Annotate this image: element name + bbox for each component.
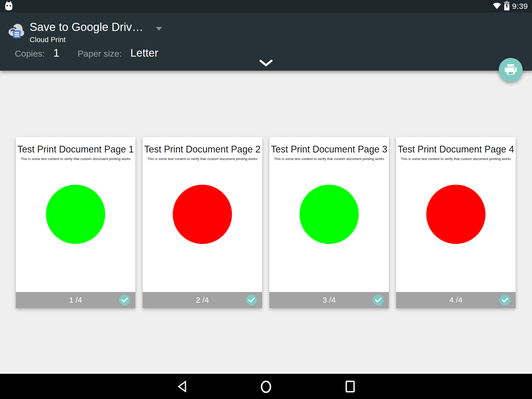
page-title: Test Print Document Page 4: [396, 144, 516, 155]
chevron-down-icon: [260, 60, 272, 68]
home-icon: [260, 390, 272, 394]
destination-name: Save to Google Driv…: [30, 21, 143, 34]
page-title: Test Print Document Page 2: [143, 144, 262, 155]
wifi-icon: [493, 2, 501, 10]
page-body-text: This is some test content to verify that…: [269, 157, 389, 161]
page-card-3[interactable]: Test Print Document Page 3 This is some …: [269, 137, 389, 308]
page-footer: 1 /4: [16, 292, 135, 308]
page-body-text: This is some test content to verify that…: [396, 157, 516, 161]
android-robot-icon: [4, 0, 14, 12]
dropdown-caret-icon: [156, 27, 162, 31]
page-body-text: This is some test content to verify that…: [16, 157, 135, 161]
page-card-1[interactable]: Test Print Document Page 1 This is some …: [16, 137, 135, 308]
battery-charging-icon: [504, 1, 510, 11]
page-graphic-circle: [173, 185, 232, 244]
print-options-summary[interactable]: Copies: 1 Paper size: Letter: [15, 47, 158, 59]
copies-value[interactable]: 1: [53, 47, 59, 59]
status-bar: 9:39: [0, 0, 532, 12]
page-title: Test Print Document Page 3: [269, 144, 389, 155]
page-footer: 2 /4: [143, 292, 262, 308]
destination-selector[interactable]: Save to Google Driv… Cloud Print: [7, 22, 162, 44]
recents-icon: [345, 389, 355, 393]
print-button[interactable]: [499, 58, 523, 82]
page-graphic-circle: [46, 185, 105, 244]
printer-icon: [505, 64, 517, 76]
page-number: 2 /4: [196, 296, 209, 304]
preview-area: Test Print Document Page 1 This is some …: [0, 71, 532, 374]
page-graphic-circle: [426, 185, 486, 244]
recents-button[interactable]: [345, 381, 355, 393]
page-title: Test Print Document Page 1: [16, 144, 135, 155]
expand-options-button[interactable]: [259, 60, 273, 68]
page-selected-check-icon[interactable]: [500, 295, 510, 305]
status-time: 9:39: [512, 2, 528, 11]
page-number: 1 /4: [69, 296, 82, 304]
back-button[interactable]: [177, 381, 187, 393]
page-graphic-circle: [300, 185, 359, 244]
page-card-2[interactable]: Test Print Document Page 2 This is some …: [143, 137, 262, 308]
page-number: 3 /4: [323, 296, 336, 304]
copies-label: Copies:: [15, 49, 45, 59]
page-selected-check-icon[interactable]: [246, 295, 257, 305]
cloud-print-icon: [7, 22, 25, 40]
page-number: 4 /4: [449, 296, 462, 304]
page-footer: 3 /4: [269, 292, 389, 308]
page-body-text: This is some test content to verify that…: [143, 157, 262, 161]
page-selected-check-icon[interactable]: [373, 295, 384, 305]
print-preview-screen: 9:39: [0, 0, 532, 399]
paper-size-label: Paper size:: [78, 49, 122, 59]
page-card-4[interactable]: Test Print Document Page 4 This is some …: [396, 137, 516, 308]
navigation-bar: [0, 374, 532, 399]
paper-size-value[interactable]: Letter: [130, 47, 158, 59]
home-button[interactable]: [260, 380, 272, 394]
destination-subtitle: Cloud Print: [30, 36, 162, 44]
page-footer: 4 /4: [396, 292, 516, 308]
print-options-header: Save to Google Driv… Cloud Print Copies:…: [0, 12, 532, 71]
back-icon: [177, 389, 187, 393]
page-selected-check-icon[interactable]: [119, 295, 130, 305]
